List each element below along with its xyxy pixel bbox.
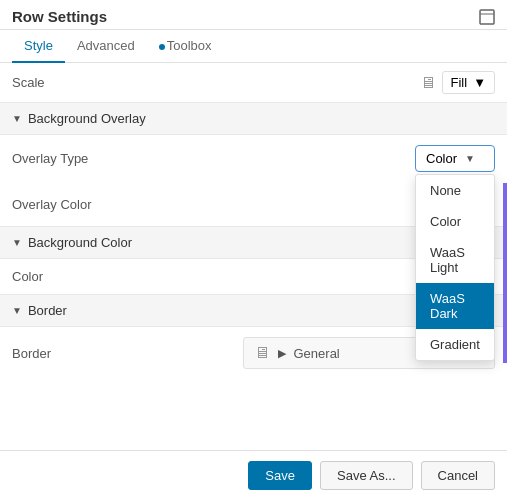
- border-label: Border: [12, 346, 243, 361]
- dropdown-trigger[interactable]: Color ▼: [415, 145, 495, 172]
- cancel-button[interactable]: Cancel: [421, 461, 495, 490]
- dropdown-arrow-icon: ▼: [465, 153, 475, 164]
- overlay-type-dropdown[interactable]: Color ▼ None Color WaaS Light: [415, 145, 495, 172]
- scale-control: 🖥 Fill ▼: [420, 71, 495, 94]
- dropdown-item-none[interactable]: None: [416, 175, 494, 206]
- tab-dot: [159, 44, 165, 50]
- panel-header: Row Settings: [0, 0, 507, 30]
- save-as-button[interactable]: Save As...: [320, 461, 413, 490]
- border-chevron-icon: ▶: [278, 347, 286, 360]
- panel-title: Row Settings: [12, 8, 107, 25]
- window-icon[interactable]: [479, 9, 495, 25]
- dropdown-item-gradient[interactable]: Gradient: [416, 329, 494, 360]
- accent-bar: [503, 183, 507, 363]
- dropdown-item-color[interactable]: Color: [416, 206, 494, 237]
- scale-label: Scale: [12, 75, 420, 90]
- tab-style[interactable]: Style: [12, 30, 65, 63]
- monitor-icon: 🖥: [420, 74, 436, 92]
- footer: Save Save As... Cancel: [0, 450, 507, 500]
- tab-advanced[interactable]: Advanced: [65, 30, 147, 63]
- tab-toolbox[interactable]: Toolbox: [147, 30, 224, 63]
- overlay-type-row: Overlay Type Color ▼ None Color: [0, 135, 507, 182]
- save-button[interactable]: Save: [248, 461, 312, 490]
- fill-select[interactable]: Fill ▼: [442, 71, 495, 94]
- bg-color-toggle-icon: ▼: [12, 237, 22, 248]
- border-monitor-icon: 🖥: [254, 344, 270, 362]
- border-toggle-icon: ▼: [12, 305, 22, 316]
- overlay-type-control: Color ▼ None Color WaaS Light: [415, 145, 495, 172]
- scale-row: Scale 🖥 Fill ▼: [0, 63, 507, 102]
- svg-rect-0: [480, 10, 494, 24]
- dropdown-item-waas-light[interactable]: WaaS Light: [416, 237, 494, 283]
- content-area: Scale 🖥 Fill ▼ ▼ Background Overlay Over…: [0, 63, 507, 450]
- dropdown-item-waas-dark[interactable]: WaaS Dark: [416, 283, 494, 329]
- dropdown-value: Color: [426, 151, 457, 166]
- panel: Row Settings Style Advanced Toolbox Scal…: [0, 0, 507, 500]
- section-toggle-icon: ▼: [12, 113, 22, 124]
- dropdown-menu: None Color WaaS Light WaaS Dark Gradient: [415, 174, 495, 361]
- overlay-type-label: Overlay Type: [12, 151, 415, 166]
- fill-chevron-icon: ▼: [473, 75, 486, 90]
- tabs-bar: Style Advanced Toolbox: [0, 30, 507, 63]
- section-background-overlay[interactable]: ▼ Background Overlay: [0, 102, 507, 135]
